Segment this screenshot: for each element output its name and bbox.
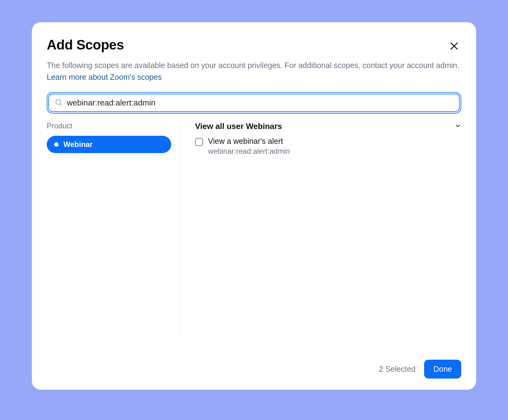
search-field[interactable]	[48, 94, 460, 112]
scope-group-header[interactable]: View all user Webinars	[195, 122, 461, 131]
modal-footer: 2 Selected Done	[47, 360, 461, 379]
search-icon	[54, 98, 63, 108]
sidebar-item-webinar[interactable]: Webinar	[47, 136, 171, 153]
product-label: Product	[47, 122, 171, 130]
modal-header: Add Scopes	[47, 37, 461, 54]
svg-line-3	[60, 104, 62, 105]
add-scopes-modal: Add Scopes The following scopes are avai…	[32, 22, 476, 390]
scope-item-id: webinar:read:alert:admin	[208, 147, 290, 156]
scope-text: View a webinar's alert webinar:read:aler…	[208, 137, 290, 156]
active-dot-icon	[54, 142, 59, 147]
selected-count: 2 Selected	[379, 365, 415, 374]
modal-body: Product Webinar View all user Webinars V…	[47, 122, 461, 351]
close-icon	[449, 47, 459, 52]
modal-description: The following scopes are available based…	[47, 60, 461, 83]
scope-group-title: View all user Webinars	[195, 122, 282, 131]
description-text: The following scopes are available based…	[47, 61, 459, 70]
search-input[interactable]	[67, 98, 454, 108]
scope-checkbox[interactable]	[195, 138, 203, 146]
modal-title: Add Scopes	[47, 37, 124, 53]
sidebar-item-label: Webinar	[63, 140, 93, 149]
close-button[interactable]	[447, 39, 461, 54]
chevron-down-icon	[454, 122, 461, 131]
done-button[interactable]: Done	[424, 360, 461, 379]
scope-list: View all user Webinars View a webinar's …	[180, 122, 461, 351]
learn-more-link[interactable]: Learn more about Zoom's scopes	[47, 73, 162, 81]
product-sidebar: Product Webinar	[47, 122, 180, 351]
scope-item-title: View a webinar's alert	[208, 137, 290, 146]
search-field-outer	[47, 92, 461, 114]
scope-item: View a webinar's alert webinar:read:aler…	[195, 137, 461, 156]
svg-point-2	[56, 100, 60, 104]
